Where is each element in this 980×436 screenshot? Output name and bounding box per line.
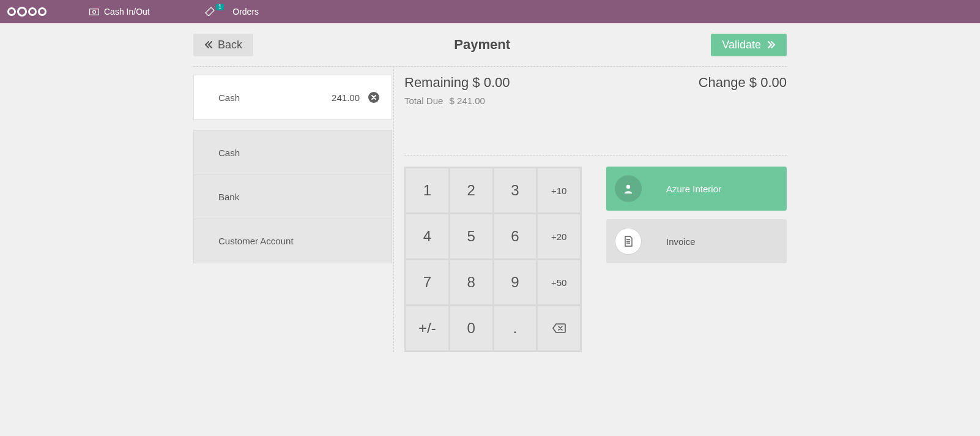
page-title: Payment bbox=[253, 37, 711, 53]
chevron-left-icon bbox=[204, 40, 213, 49]
numpad-plus50[interactable]: +50 bbox=[538, 260, 580, 304]
payment-method-cash[interactable]: Cash bbox=[194, 130, 392, 175]
orders-label: Orders bbox=[232, 7, 259, 17]
cash-in-out-label: Cash In/Out bbox=[104, 7, 150, 17]
payment-method-customer-account[interactable]: Customer Account bbox=[194, 219, 392, 263]
total-due-label: Total Due bbox=[404, 96, 443, 106]
separator bbox=[404, 155, 787, 156]
numpad-8[interactable]: 8 bbox=[450, 260, 492, 304]
numpad-4[interactable]: 4 bbox=[406, 214, 448, 258]
numpad-2[interactable]: 2 bbox=[450, 168, 492, 212]
payment-line-cash[interactable]: Cash 241.00 bbox=[193, 75, 392, 120]
numpad-7[interactable]: 7 bbox=[406, 260, 448, 304]
numpad-5[interactable]: 5 bbox=[450, 214, 492, 258]
cash-icon bbox=[89, 9, 99, 15]
odoo-logo[interactable] bbox=[7, 7, 46, 17]
cash-in-out-button[interactable]: Cash In/Out bbox=[89, 7, 150, 17]
orders-button[interactable]: 1 Orders bbox=[205, 7, 259, 17]
chevron-right-icon bbox=[767, 40, 776, 49]
payment-line-name: Cash bbox=[218, 92, 332, 103]
validate-label: Validate bbox=[722, 39, 761, 51]
invoice-icon bbox=[615, 228, 642, 255]
numpad-3[interactable]: 3 bbox=[494, 168, 536, 212]
close-icon bbox=[371, 95, 376, 100]
numpad-plus10[interactable]: +10 bbox=[538, 168, 580, 212]
top-navbar: Cash In/Out 1 Orders bbox=[0, 0, 980, 23]
validate-button[interactable]: Validate bbox=[711, 34, 787, 56]
payment-methods-list: Cash Bank Customer Account bbox=[193, 130, 392, 263]
invoice-label: Invoice bbox=[666, 236, 696, 247]
numpad-6[interactable]: 6 bbox=[494, 214, 536, 258]
numpad-9[interactable]: 9 bbox=[494, 260, 536, 304]
svg-point-1 bbox=[93, 10, 96, 13]
total-due-line: Total Due $ 241.00 bbox=[404, 96, 787, 106]
numpad-dot[interactable]: . bbox=[494, 306, 536, 350]
change-value: $ 0.00 bbox=[749, 75, 787, 90]
invoice-button[interactable]: Invoice bbox=[606, 219, 787, 263]
payment-method-bank[interactable]: Bank bbox=[194, 175, 392, 219]
numpad-plusminus[interactable]: +/- bbox=[406, 306, 448, 350]
numpad-plus20[interactable]: +20 bbox=[538, 214, 580, 258]
back-button[interactable]: Back bbox=[193, 34, 253, 56]
backspace-icon bbox=[552, 323, 566, 333]
change-label: Change bbox=[699, 75, 746, 90]
payment-line-amount: 241.00 bbox=[332, 92, 360, 103]
remaining-value: $ 0.00 bbox=[472, 75, 510, 90]
customer-label: Azure Interior bbox=[666, 184, 721, 194]
numpad-0[interactable]: 0 bbox=[450, 306, 492, 350]
orders-count-badge: 1 bbox=[216, 4, 225, 10]
svg-point-2 bbox=[626, 185, 630, 189]
back-label: Back bbox=[218, 39, 242, 51]
svg-rect-0 bbox=[90, 9, 99, 15]
total-due-value: $ 241.00 bbox=[450, 96, 485, 106]
page-header: Back Payment Validate bbox=[193, 29, 787, 60]
ticket-icon bbox=[205, 7, 215, 16]
user-icon bbox=[615, 175, 642, 202]
numpad: 1 2 3 +10 4 5 6 +20 7 8 9 +50 +/- 0 bbox=[404, 167, 582, 352]
summary-row: Remaining $ 0.00 Change $ 0.00 bbox=[404, 75, 787, 91]
remaining-label: Remaining bbox=[404, 75, 469, 90]
numpad-backspace[interactable] bbox=[538, 306, 580, 350]
numpad-1[interactable]: 1 bbox=[406, 168, 448, 212]
delete-payment-line-button[interactable] bbox=[368, 92, 379, 103]
customer-button[interactable]: Azure Interior bbox=[606, 167, 787, 211]
